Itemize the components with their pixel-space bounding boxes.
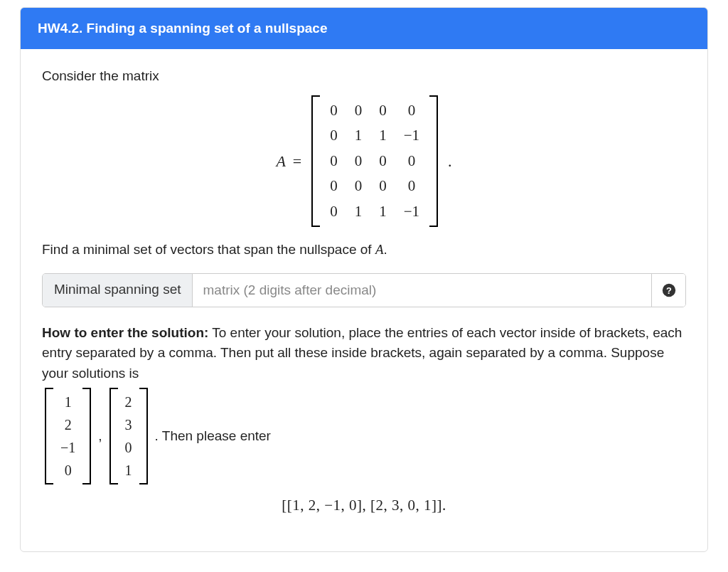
question-card: HW4.2. Finding a spanning set of a nulls…: [20, 7, 708, 552]
intro-text: Consider the matrix: [42, 66, 686, 87]
answer-input-group: Minimal spanning set ?: [42, 273, 686, 307]
help-button[interactable]: ?: [651, 274, 685, 307]
instructions-tail: . Then please enter: [155, 426, 271, 447]
example-vector-1: 1 2 −1 0: [45, 388, 91, 484]
card-header: HW4.2. Finding a spanning set of a nulls…: [21, 8, 707, 49]
matrix-equation: A = 0000 011−1 0000 0000 011−1 .: [42, 95, 686, 228]
answer-input[interactable]: [193, 274, 651, 307]
question-title: HW4.2. Finding a spanning set of a nulls…: [38, 21, 328, 36]
help-circle-icon: ?: [661, 282, 677, 298]
card-body: Consider the matrix A = 0000 011−1 0000 …: [21, 49, 707, 551]
instructions-lead: How to enter the solution:: [42, 325, 208, 340]
example-entry: [[1, 2, −1, 0], [2, 3, 0, 1]].: [42, 494, 686, 517]
equation-period: .: [448, 149, 452, 173]
prompt-text: Find a minimal set of vectors that span …: [42, 240, 686, 260]
instructions: How to enter the solution: To enter your…: [42, 323, 686, 517]
svg-text:?: ?: [666, 285, 672, 295]
example-vector-2: 2 3 0 1: [109, 388, 148, 484]
matrix-lhs: A: [276, 149, 285, 173]
equals-sign: =: [293, 149, 301, 173]
answer-input-label: Minimal spanning set: [43, 274, 193, 307]
vector-separator: ,: [98, 426, 102, 447]
matrix-A: 0000 011−1 0000 0000 011−1: [311, 95, 438, 228]
